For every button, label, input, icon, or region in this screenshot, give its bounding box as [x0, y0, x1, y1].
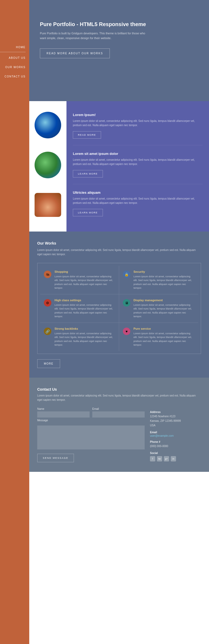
feature-block-3: Ultricies aliquam Lorem ipsum dolor sit … — [73, 184, 203, 223]
main-content: Pure Portfolio - HTML5 Responsive theme … — [29, 0, 209, 644]
hero-section: Pure Portfolio - HTML5 Responsive theme … — [29, 0, 209, 101]
hero-cta-button[interactable]: READ MORE ABOUT OUR WORKS — [40, 48, 110, 58]
feature-btn-3[interactable]: LEARN MORE — [73, 209, 103, 216]
feature-btn-1[interactable]: READ MORE — [73, 131, 101, 139]
contact-title: Contact Us — [37, 387, 201, 391]
feature-title-1: Lorem Ipsum! — [73, 113, 203, 117]
contact-description: Lorem ipsum dolor sit amet, consectetur … — [37, 394, 201, 402]
backlinks-icon: 🔗 — [44, 328, 51, 335]
feature-desc-1: Lorem ipsum dolor sit amet, consectetur … — [73, 119, 203, 127]
work-desc-backlinks: Lorem ipsum dolor sit amet, consectetur … — [55, 332, 115, 347]
feature-image-1 — [32, 106, 64, 144]
globe-icon-2 — [35, 152, 61, 178]
feature-image-2 — [32, 146, 64, 184]
address-label: Address — [150, 411, 201, 414]
features-section: Lorem Ipsum! Lorem ipsum dolor sit amet,… — [29, 101, 209, 232]
work-item-settings: ⚙ High class settings Lorem ipsum dolor … — [40, 294, 119, 323]
email-label: Email — [92, 407, 145, 410]
work-desc-settings: Lorem ipsum dolor sit amet, consectetur … — [55, 303, 115, 318]
message-field-group: Message — [37, 418, 145, 451]
phone-label: Phone # — [150, 440, 201, 443]
display-icon: 🖥 — [123, 299, 130, 307]
work-title-shopping: Shopping — [55, 270, 115, 273]
contact-form-area: Name Email Message SEND MESSAGE — [37, 407, 145, 462]
social-row: f tw g+ in — [150, 456, 201, 461]
feature-btn-2[interactable]: LEARN MORE — [73, 170, 103, 177]
work-item-display: 🖥 Display management Lorem ipsum dolor s… — [119, 294, 198, 323]
globe-icon-1 — [35, 112, 61, 138]
name-field-group: Name — [37, 407, 90, 418]
sidebar: HOME ABOUT US OUR WORKS CONTACT US — [0, 0, 29, 644]
address-line2: Kansas, ZIP 12345-99999 — [150, 419, 201, 423]
shopping-icon: 🛍 — [44, 271, 51, 278]
our-works-section: Our Works Lorem ipsum dolor sit amet, co… — [29, 232, 209, 378]
sidebar-item-about[interactable]: ABOUT US — [0, 53, 26, 63]
work-desc-display: Lorem ipsum dolor sit amet, consectetur … — [133, 303, 194, 318]
work-desc-shopping: Lorem ipsum dolor sit amet, consectetur … — [55, 275, 115, 290]
social-twitter[interactable]: tw — [157, 456, 162, 461]
security-icon: 🔒 — [123, 271, 130, 278]
email-address-label: Email — [150, 431, 201, 434]
settings-icon: ⚙ — [44, 299, 51, 307]
social-googleplus[interactable]: g+ — [164, 456, 169, 461]
feature-title-2: Lorem sit amet ipsum dolor — [73, 152, 203, 156]
feature-desc-3: Lorem ipsum dolor sit amet, consectetur … — [73, 197, 203, 205]
works-grid: 🛍 Shopping Lorem ipsum dolor sit amet, c… — [37, 263, 201, 354]
our-works-desc: Lorem ipsum dolor sit amet, consectetur … — [37, 248, 201, 257]
work-item-security: 🔒 Security Lorem ipsum dolor sit amet, c… — [119, 266, 198, 294]
contact-email[interactable]: user@example.com — [150, 434, 201, 437]
send-message-button[interactable]: SEND MESSAGE — [37, 454, 74, 462]
feature-image-3 — [32, 186, 64, 224]
social-facebook[interactable]: f — [150, 456, 155, 461]
our-works-title: Our Works — [37, 241, 201, 245]
feature-desc-2: Lorem ipsum dolor sit amet, consectetur … — [73, 158, 203, 166]
feature-block-2: Lorem sit amet ipsum dolor Lorem ipsum d… — [73, 145, 203, 184]
message-label: Message — [37, 419, 48, 422]
globe-icon-3 — [35, 193, 61, 217]
features-text-content: Lorem Ipsum! Lorem ipsum dolor sit amet,… — [66, 101, 209, 232]
sidebar-item-contact[interactable]: CONTACT US — [0, 72, 26, 81]
work-item-backlinks: 🔗 Strong backlinks Lorem ipsum dolor sit… — [40, 323, 119, 351]
more-button[interactable]: MORE — [37, 359, 60, 368]
address-col: Address 12345 Nowhere #123 Kansas, ZIP 1… — [150, 407, 201, 462]
work-desc-security: Lorem ipsum dolor sit amet, consectetur … — [133, 275, 194, 290]
hero-description: Pure Portfolio is built by Gridgum devel… — [40, 31, 152, 40]
work-title-service: Pure service — [133, 327, 194, 330]
address-line3: USA — [150, 423, 201, 428]
work-title-backlinks: Strong backlinks — [55, 327, 115, 330]
name-input[interactable] — [37, 411, 90, 418]
contact-section: Contact Us Lorem ipsum dolor sit amet, c… — [29, 378, 209, 472]
work-title-security: Security — [133, 270, 194, 273]
social-label: Social — [150, 452, 201, 455]
social-linkedin[interactable]: in — [171, 456, 176, 461]
work-item-shopping: 🛍 Shopping Lorem ipsum dolor sit amet, c… — [40, 266, 119, 294]
feature-block-1: Lorem Ipsum! Lorem ipsum dolor sit amet,… — [73, 106, 203, 145]
name-email-row: Name Email — [37, 407, 145, 418]
sidebar-item-works[interactable]: OUR WORKS — [0, 63, 26, 72]
email-input[interactable] — [92, 411, 145, 418]
contact-phone: (000) 000-0000 — [150, 444, 201, 448]
name-label: Name — [37, 407, 90, 410]
work-desc-service: Lorem ipsum dolor sit amet, consectetur … — [133, 332, 194, 347]
features-images — [29, 101, 66, 232]
sidebar-nav: HOME ABOUT US OUR WORKS CONTACT US — [0, 43, 29, 81]
service-icon: ♥ — [123, 328, 130, 335]
hero-title: Pure Portfolio - HTML5 Responsive theme — [40, 21, 198, 27]
address-line1: 12345 Nowhere #123 — [150, 414, 201, 419]
work-title-settings: High class settings — [55, 299, 115, 302]
work-title-display: Display management — [133, 299, 194, 302]
feature-title-3: Ultricies aliquam — [73, 191, 203, 195]
work-item-service: ♥ Pure service Lorem ipsum dolor sit ame… — [119, 323, 198, 351]
message-textarea[interactable] — [37, 426, 145, 449]
sidebar-item-home[interactable]: HOME — [0, 43, 26, 52]
email-field-group: Email — [92, 407, 145, 418]
contact-grid: Name Email Message SEND MESSAGE Address — [37, 407, 201, 462]
